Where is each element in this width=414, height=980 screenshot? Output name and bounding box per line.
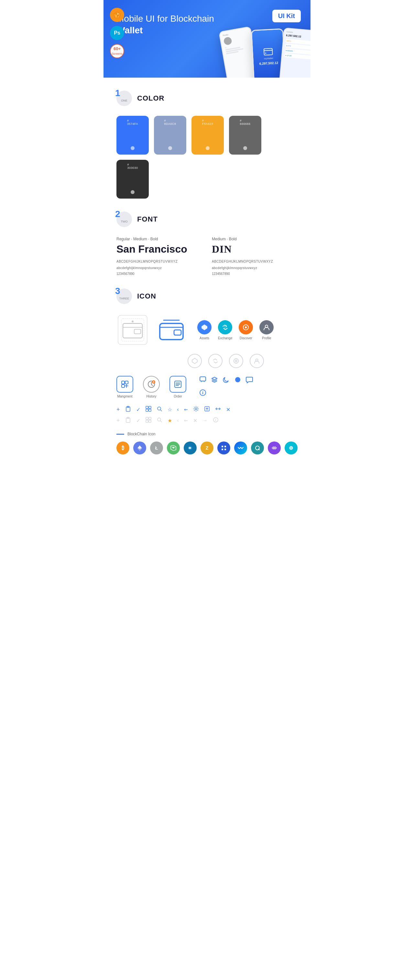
icon-profile: Profile — [260, 320, 274, 340]
nav-icons-row: Assets Exchange Discover Profile — [197, 320, 274, 340]
svg-rect-47 — [149, 420, 151, 422]
management-icon — [116, 376, 133, 393]
resize-icon — [215, 406, 221, 413]
chat-icon — [199, 376, 206, 385]
svg-rect-24 — [125, 381, 128, 384]
font-sf: Regular · Medium · Bold San Francisco AB… — [116, 237, 202, 275]
svg-rect-37 — [146, 409, 148, 411]
zcash-icon: Z — [201, 441, 213, 454]
svg-rect-46 — [146, 420, 148, 422]
font-sf-style: Regular · Medium · Bold — [116, 237, 202, 241]
svg-point-21 — [235, 360, 237, 361]
search-gray-icon — [156, 417, 162, 424]
waves-icon — [234, 441, 247, 454]
svg-rect-14 — [160, 323, 183, 340]
hero-section: Mobile UI for Blockchain Wallet UI Kit P… — [104, 0, 310, 78]
svg-marker-52 — [172, 447, 175, 449]
phone-mockup-3: myWallet+ 6.297.502.12 ● BTC ● ETH ● WAV… — [279, 27, 310, 78]
misc-icons — [199, 376, 264, 398]
svg-point-8 — [265, 52, 266, 54]
litecoin-icon: Ł — [150, 441, 163, 454]
svg-rect-44 — [146, 417, 148, 420]
svg-rect-7 — [264, 48, 273, 55]
blockchain-label: BlockChain Icon — [116, 432, 298, 436]
tool-icons-gray-row: + ✓ ★ ‹ ⇜ ✕ → — [116, 417, 298, 424]
svg-rect-38 — [149, 409, 151, 411]
arrow-right-gray-icon: → — [202, 418, 208, 423]
main-content: 1 ONE COLOR #3574FA #8DA0C8 #F5A623 #666… — [104, 91, 310, 454]
font-sf-name: San Francisco — [116, 243, 202, 255]
layers-icon — [211, 376, 218, 385]
management-icon-item: Mangment — [116, 376, 133, 398]
color-section-header: 1 ONE COLOR — [116, 91, 298, 106]
color-swatches: #3574FA #8DA0C8 #F5A623 #666666 #303030 — [116, 116, 298, 199]
icon-main-row: Assets Exchange Discover Profile — [116, 314, 298, 346]
svg-point-20 — [234, 359, 239, 364]
discover-outline-icon — [229, 354, 243, 368]
svg-rect-25 — [122, 385, 124, 387]
order-icon-item: Order — [169, 376, 186, 398]
skycoin-icon — [285, 441, 298, 454]
ui-kit-badge: UI Kit — [272, 10, 301, 22]
svg-rect-29 — [200, 377, 206, 381]
icon-section-header: 3 THREE ICON — [116, 288, 298, 304]
search-icon — [156, 406, 162, 413]
star-icon: ☆ — [167, 407, 172, 413]
icon-title: ICON — [137, 292, 156, 301]
grid-gray-icon — [145, 417, 151, 424]
gridcoin-icon — [217, 441, 230, 454]
hero-title-text: Mobile UI for Blockchain — [116, 14, 214, 24]
app-icons-row: Mangment History Order — [116, 376, 298, 398]
swatch-blue: #3574FA — [116, 116, 149, 154]
profile-outline-icon — [250, 354, 264, 368]
font-din-style: Medium · Bold — [212, 237, 298, 241]
font-din-numbers: 1234567890 — [212, 272, 298, 275]
font-grid: Regular · Medium · Bold San Francisco AB… — [116, 237, 298, 275]
swatch-orange: #F5A623 — [191, 116, 224, 154]
upload-icon — [204, 406, 210, 413]
swatch-slate: #8DA0C8 — [154, 116, 186, 154]
font-sf-upper: ABCDEFGHIJKLMNOPQRSTUVWXYZ — [116, 259, 202, 264]
icon-exchange: Exchange — [218, 320, 232, 340]
svg-rect-11 — [123, 323, 142, 338]
blockchain-line-decoration — [116, 434, 124, 435]
chat-bubble-icon — [246, 376, 253, 385]
grid-icon — [145, 406, 151, 413]
wallet-filled — [155, 314, 188, 346]
icon-assets: Assets — [197, 320, 212, 340]
plus-gray-icon: + — [116, 417, 120, 424]
chevron-left-icon: ‹ — [177, 407, 179, 412]
polygon-icon — [268, 441, 281, 454]
exchange-icon — [218, 320, 232, 334]
svg-point-30 — [235, 377, 240, 382]
order-icon — [169, 376, 186, 393]
screens-badge: 60+Screens — [110, 44, 124, 58]
swatch-dark: #303030 — [116, 160, 149, 199]
swatch-gray: #666666 — [229, 116, 261, 154]
svg-point-16 — [204, 326, 205, 328]
settings-icon — [193, 406, 199, 413]
history-icon-item: History — [143, 376, 160, 398]
icon-discover: Discover — [239, 320, 253, 340]
font-din-name: DIN — [212, 243, 298, 255]
svg-point-13 — [132, 321, 134, 323]
clipboard-icon — [125, 406, 131, 413]
svg-point-18 — [245, 326, 247, 328]
font-section-header: 2 TWO FONT — [116, 212, 298, 227]
share-icon: ⇜ — [184, 407, 188, 412]
info-gray-icon — [213, 417, 219, 424]
assets-outline-icon — [188, 354, 202, 368]
tool-icons-blue-row: + ✓ ☆ ‹ ⇜ ✕ — [116, 406, 298, 413]
crypto-icons-row: ₿ Ł Z — [116, 441, 298, 454]
phone-mockups: Profile AI ... myWallet 6,297,502.12 — [220, 29, 310, 78]
svg-point-50 — [215, 418, 216, 419]
ps-badge: Ps — [110, 26, 124, 40]
svg-rect-36 — [149, 406, 151, 409]
svg-rect-15 — [174, 330, 181, 335]
svg-rect-9 — [118, 315, 147, 344]
ethereum-icon — [133, 441, 146, 454]
svg-rect-12 — [134, 329, 141, 334]
clipboard-gray-icon — [125, 417, 131, 424]
font-sf-numbers: 1234567890 — [116, 272, 202, 275]
history-icon — [143, 376, 160, 393]
